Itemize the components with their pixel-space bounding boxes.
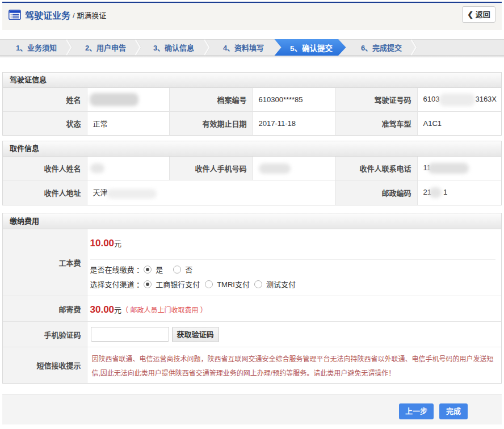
svg-text:3、确认信息: 3、确认信息: [153, 44, 194, 52]
svg-text:4、资料填写: 4、资料填写: [223, 44, 264, 52]
svg-text:6、完成提交: 6、完成提交: [361, 44, 402, 52]
svg-text:5、确认提交: 5、确认提交: [290, 44, 333, 53]
svg-text:1、业务须知: 1、业务须知: [16, 44, 57, 52]
svg-text:2、用户申告: 2、用户申告: [85, 44, 126, 52]
